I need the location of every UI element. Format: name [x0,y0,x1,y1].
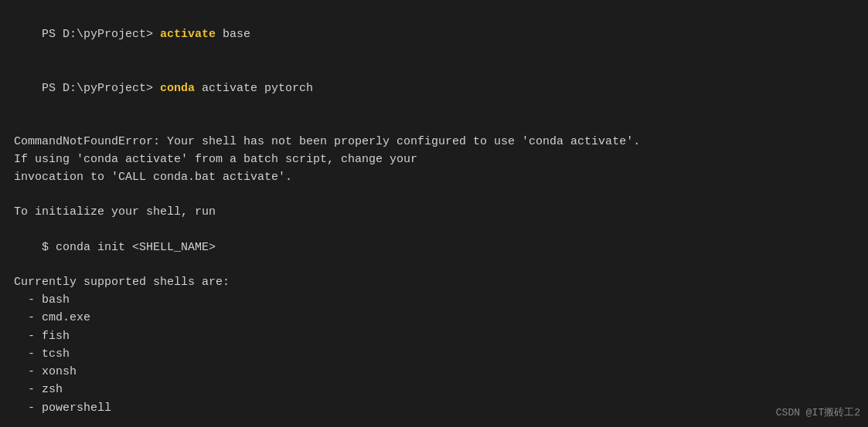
shells-header: Currently supported shells are: [14,273,854,291]
conda-command-line: PS D:\pyProject> conda activate pytorch [14,62,854,116]
shell-cmdexe: - cmd.exe [14,309,854,327]
shell-fish: - fish [14,327,854,345]
init-header: To initialize your shell, run [14,203,854,221]
conda-prompt: PS D:\pyProject> [42,82,160,95]
shell-xonsh: - xonsh [14,363,854,381]
shell-bash: - bash [14,291,854,309]
conda-args: activate pytorch [195,82,313,95]
conda-keyword: conda [160,82,195,95]
error-line-2: If using 'conda activate' from a batch s… [14,151,854,168]
shell-zsh: - zsh [14,381,854,398]
prompt-prefix: PS D:\pyProject> [42,28,160,41]
shell-tcsh: - tcsh [14,345,854,363]
blank-line-5 [14,417,854,427]
prev-keyword: activate [160,28,216,41]
blank-line-3 [14,222,854,239]
blank-line-2 [14,186,854,203]
prev-args: base [216,28,250,41]
terminal-window: PS D:\pyProject> activate base PS D:\pyP… [0,0,868,427]
error-line-1: CommandNotFoundError: Your shell has not… [14,133,854,151]
shell-powershell: - powershell [14,399,854,417]
prev-command-line: PS D:\pyProject> activate base [14,8,854,62]
error-line-3: invocation to 'CALL conda.bat activate'. [14,168,854,186]
blank-line-1 [14,116,854,133]
init-command: $ conda init <SHELL_NAME> [14,239,854,256]
watermark: CSDN @IT搬砖工2 [776,405,860,419]
blank-line-4 [14,256,854,273]
